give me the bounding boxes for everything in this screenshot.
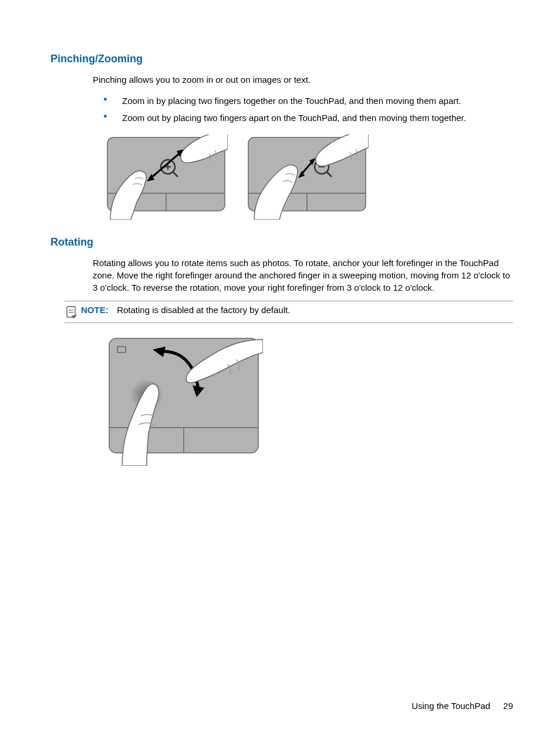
intro-pinching: Pinching allows you to zoom in or out on… xyxy=(93,73,513,86)
footer-title: Using the TouchPad xyxy=(411,701,490,711)
note-icon xyxy=(65,305,79,319)
bullet-zoom-in: Zoom in by placing two fingers together … xyxy=(103,93,513,110)
bullet-zoom-out: Zoom out by placing two fingers apart on… xyxy=(103,110,513,127)
heading-pinching: Pinching/Zooming xyxy=(50,53,513,65)
figure-zoom-out xyxy=(245,135,369,220)
note-block: NOTE: Rotating is disabled at the factor… xyxy=(65,301,513,323)
figure-rotate xyxy=(104,334,263,466)
page-number: 29 xyxy=(503,701,513,711)
note-text: Rotating is disabled at the factory by d… xyxy=(117,305,290,315)
footer: Using the TouchPad 29 xyxy=(411,701,513,711)
bullet-list-pinching: Zoom in by placing two fingers together … xyxy=(103,93,513,126)
heading-rotating: Rotating xyxy=(50,236,513,248)
figure-zoom-in xyxy=(104,135,228,220)
body-rotating: Rotating allows you to rotate items such… xyxy=(93,257,513,294)
note-label: NOTE: xyxy=(81,305,109,315)
